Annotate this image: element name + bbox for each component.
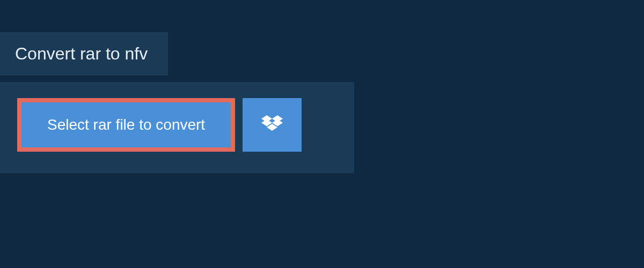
- page-title: Convert rar to nfv: [15, 44, 148, 63]
- dropbox-button[interactable]: [243, 98, 302, 152]
- page-title-tab: Convert rar to nfv: [0, 32, 168, 76]
- dropbox-icon: [261, 115, 283, 135]
- button-row: Select rar file to convert: [17, 98, 337, 152]
- select-file-button[interactable]: Select rar file to convert: [17, 98, 235, 152]
- select-file-label: Select rar file to convert: [47, 116, 205, 133]
- upload-panel: Select rar file to convert: [0, 82, 354, 173]
